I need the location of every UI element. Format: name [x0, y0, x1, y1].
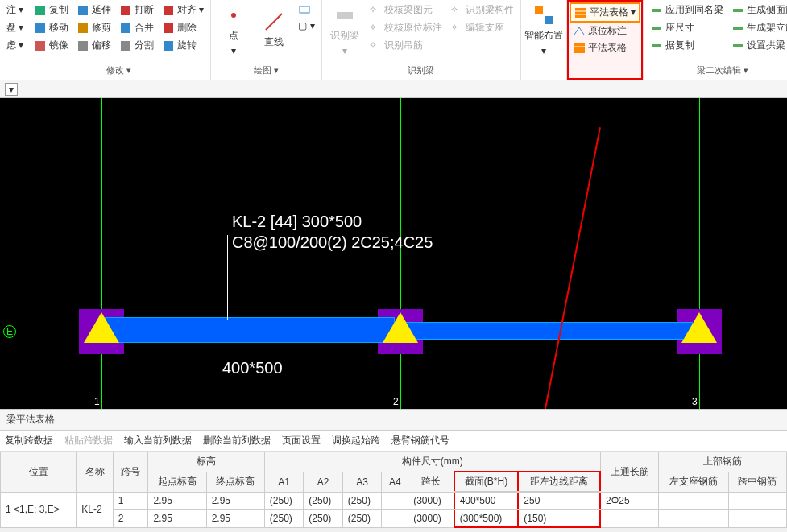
btn-应用到同名梁[interactable]: 应用到同名梁: [647, 2, 727, 19]
btn-recognize-beam[interactable]: 识别梁▾: [325, 2, 364, 58]
btn-生成侧面筋[interactable]: 生成侧面筋: [728, 2, 787, 19]
btn-more-shape[interactable]: ▢ ▾: [295, 19, 317, 33]
cell-start[interactable]: 2.95: [148, 509, 206, 527]
btn-rect[interactable]: [295, 2, 317, 18]
btn-合并[interactable]: 合并: [116, 19, 157, 36]
btn-打断[interactable]: 打断: [116, 2, 157, 19]
btn-删除[interactable]: 删除: [159, 19, 207, 36]
cell-sec[interactable]: 400*500: [454, 492, 519, 509]
btn-smart-layout[interactable]: 智能布置▾: [524, 2, 563, 58]
hdr-len[interactable]: 跨长: [408, 472, 454, 492]
table-row[interactable]: 1 <1,E; 3,E>KL-212.952.95(250)(250)(250)…: [1, 492, 787, 509]
tb-paste-span[interactable]: 粘贴跨数据: [64, 434, 113, 447]
cell-a1[interactable]: (250): [264, 509, 304, 527]
data-grid[interactable]: 位置 名称 跨号 标高 构件尺寸(mm) 上通长筋 上部钢筋 起点标高 终点标高…: [0, 452, 787, 528]
cell-pos[interactable]: 1 <1,E; 3,E>: [1, 492, 77, 527]
hdr-start[interactable]: 起点标高: [148, 472, 206, 492]
btn-编辑支座[interactable]: ✧编辑支座: [447, 19, 517, 36]
btn-生成架立筋[interactable]: 生成架立筋: [728, 19, 787, 36]
hdr-elev[interactable]: 标高: [148, 452, 264, 472]
hdr-pos[interactable]: 位置: [1, 452, 77, 493]
btn-移动[interactable]: 移动: [31, 19, 72, 36]
dropdown-toggle[interactable]: ▾: [5, 83, 18, 96]
btn-座尺寸[interactable]: 座尺寸: [647, 19, 727, 36]
hdr-end[interactable]: 终点标高: [206, 472, 264, 492]
hdr-size[interactable]: 构件尺寸(mm): [264, 452, 600, 472]
cell-lseat[interactable]: [659, 492, 728, 509]
btn-校核原位标注[interactable]: ✧校核原位标注: [366, 19, 445, 36]
cell-start[interactable]: 2.95: [148, 492, 206, 509]
hdr-span[interactable]: 跨号: [113, 452, 148, 493]
tb-cantilever[interactable]: 悬臂钢筋代号: [391, 434, 449, 447]
cell-dist[interactable]: (150): [518, 509, 600, 527]
cell-lseat[interactable]: [659, 509, 728, 527]
cell-len[interactable]: (3000): [408, 509, 454, 527]
cell-dist[interactable]: 250: [518, 492, 600, 509]
btn-对齐 ▾[interactable]: 对齐 ▾: [159, 2, 207, 19]
cell-a4[interactable]: [382, 509, 408, 527]
btn-orig-annot[interactable]: 原位标注: [570, 23, 640, 39]
cell-span[interactable]: 2: [113, 509, 148, 527]
highlight-table-group: 平法表格 ▾ 原位标注 平法表格: [567, 0, 643, 80]
cell-end[interactable]: 2.95: [206, 492, 264, 509]
hdr-lseat[interactable]: 左支座钢筋: [659, 472, 728, 492]
cell-len[interactable]: (3000): [408, 492, 454, 509]
hdr-a2[interactable]: A2: [304, 472, 343, 492]
cell-span[interactable]: 1: [113, 492, 148, 509]
btn-识别吊筋[interactable]: ✧识别吊筋: [366, 37, 445, 54]
btn-flat-table-dd[interactable]: 平法表格 ▾: [570, 2, 640, 23]
btn-校核梁图元[interactable]: ✧校核梁图元: [366, 2, 445, 19]
btn-point[interactable]: 点▾: [214, 2, 253, 58]
btn-镜像[interactable]: 镜像: [31, 37, 72, 54]
btn-note[interactable]: 注 ▾: [3, 2, 27, 19]
svg-rect-4: [78, 23, 88, 33]
tb-page-setup[interactable]: 页面设置: [282, 434, 321, 447]
cell-name[interactable]: KL-2: [77, 492, 113, 527]
btn-修剪[interactable]: 修剪: [73, 19, 114, 36]
tb-input-col[interactable]: 输入当前列数据: [124, 434, 192, 447]
btn-filter[interactable]: 虑 ▾: [3, 37, 27, 54]
hdr-upper[interactable]: 上部钢筋: [659, 452, 787, 472]
btn-line[interactable]: 直线: [255, 2, 293, 58]
hdr-mid[interactable]: 跨中钢筋: [728, 472, 786, 492]
btn-设置拱梁 ▾[interactable]: 设置拱梁 ▾: [728, 37, 787, 54]
cell-a3[interactable]: (250): [342, 492, 382, 509]
hdr-a4[interactable]: A4: [382, 472, 408, 492]
tool-icon: [119, 39, 132, 52]
btn-flat-table[interactable]: 平法表格: [570, 39, 640, 56]
beam-span-2[interactable]: [403, 322, 693, 340]
tb-del-col[interactable]: 删除当前列数据: [203, 434, 271, 447]
cell-a2[interactable]: (250): [304, 492, 343, 509]
cell-mid[interactable]: [728, 492, 786, 509]
hdr-a1[interactable]: A1: [264, 472, 304, 492]
cell-tong[interactable]: [600, 509, 659, 527]
hdr-tong[interactable]: 上通长筋: [600, 452, 659, 493]
btn-偏移[interactable]: 偏移: [73, 37, 114, 54]
btn-分割[interactable]: 分割: [116, 37, 157, 54]
btn-disk[interactable]: 盘 ▾: [3, 19, 27, 36]
beam-span-1[interactable]: [105, 317, 395, 343]
hdr-sec[interactable]: 截面(B*H): [454, 472, 519, 492]
drawing-canvas[interactable]: E 1 2 3 KL-2 [44] 300*500 C8@100/200(2) …: [0, 98, 787, 409]
table-row[interactable]: 22.952.95(250)(250)(250)(3000)(300*500)(…: [1, 509, 787, 527]
hdr-name[interactable]: 名称: [77, 452, 113, 493]
btn-旋转[interactable]: 旋转: [159, 37, 207, 54]
hdr-dist[interactable]: 距左边线距离: [518, 472, 600, 492]
btn-延伸[interactable]: 延伸: [73, 2, 114, 19]
cell-end[interactable]: 2.95: [206, 509, 264, 527]
cell-a2[interactable]: (250): [304, 509, 343, 527]
cell-a3[interactable]: (250): [342, 509, 382, 527]
tb-swap-span[interactable]: 调换起始跨: [332, 434, 380, 447]
btn-据复制[interactable]: 据复制: [647, 37, 727, 54]
btn-识别梁构件[interactable]: ✧识别梁构件: [447, 2, 517, 19]
cell-tong[interactable]: 2Φ25: [600, 492, 659, 509]
hdr-a3[interactable]: A3: [342, 472, 382, 492]
btn-复制[interactable]: 复制: [31, 2, 72, 19]
cell-sec[interactable]: (300*500): [454, 509, 519, 527]
cell-a1[interactable]: (250): [264, 492, 304, 509]
tb-copy-span[interactable]: 复制跨数据: [5, 434, 53, 447]
cell-a4[interactable]: [382, 492, 408, 509]
tool-icon: [731, 39, 744, 52]
cell-mid[interactable]: [728, 509, 786, 527]
svg-rect-6: [121, 6, 130, 15]
